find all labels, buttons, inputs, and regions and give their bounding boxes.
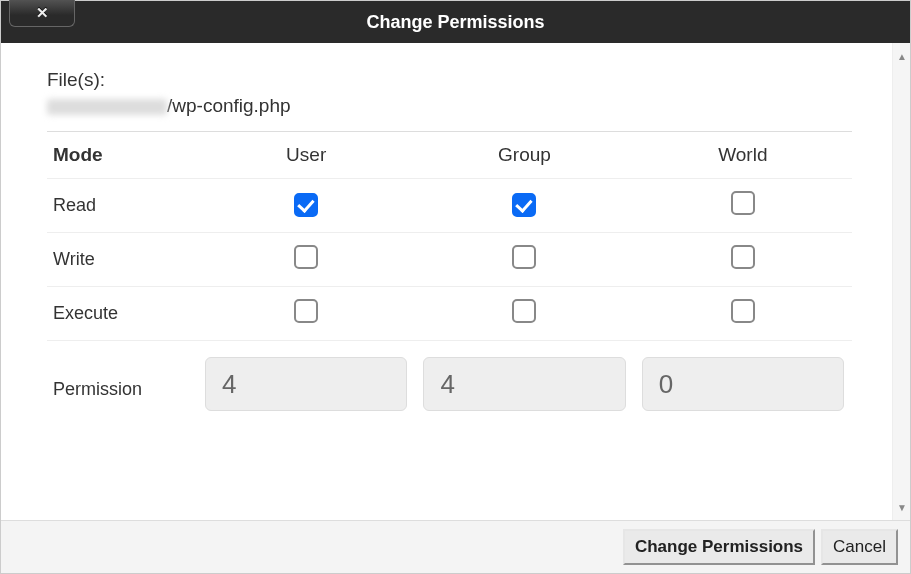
scrollbar[interactable]: ▲ ▼ [892, 43, 910, 520]
permission-world-input[interactable] [642, 357, 844, 411]
dialog-title: Change Permissions [366, 12, 544, 33]
header-mode: Mode [47, 144, 197, 166]
header-group: Group [415, 144, 633, 166]
dialog-body-wrap: File(s): /wp-config.php Mode User Group … [1, 43, 910, 520]
checkbox-execute-user[interactable] [294, 299, 318, 323]
checkbox-read-world[interactable] [731, 191, 755, 215]
checkbox-write-world[interactable] [731, 245, 755, 269]
checkbox-write-user[interactable] [294, 245, 318, 269]
header-world: World [634, 144, 852, 166]
checkbox-execute-world[interactable] [731, 299, 755, 323]
row-write: Write [47, 233, 852, 287]
redacted-path-prefix [47, 99, 167, 115]
permission-group-input[interactable] [423, 357, 625, 411]
change-permissions-dialog: ✕ Change Permissions File(s): /wp-config… [0, 0, 911, 574]
checkbox-read-user[interactable] [294, 193, 318, 217]
row-read-label: Read [47, 195, 197, 216]
cancel-button[interactable]: Cancel [821, 529, 898, 565]
permission-user-input[interactable] [205, 357, 407, 411]
dialog-body: File(s): /wp-config.php Mode User Group … [1, 43, 892, 520]
table-header-row: Mode User Group World [47, 132, 852, 179]
file-path-suffix: /wp-config.php [167, 95, 291, 116]
dialog-titlebar: ✕ Change Permissions [1, 1, 910, 43]
permission-table: Mode User Group World Read Write [47, 131, 852, 421]
file-path: /wp-config.php [47, 95, 852, 117]
files-label: File(s): [47, 69, 852, 91]
row-read: Read [47, 179, 852, 233]
scroll-down-icon[interactable]: ▼ [893, 498, 910, 516]
checkbox-write-group[interactable] [512, 245, 536, 269]
confirm-button[interactable]: Change Permissions [623, 529, 815, 565]
scroll-up-icon[interactable]: ▲ [893, 47, 910, 65]
checkbox-read-group[interactable] [512, 193, 536, 217]
close-icon: ✕ [36, 4, 49, 22]
permission-value-label: Permission [47, 369, 197, 400]
row-execute-label: Execute [47, 303, 197, 324]
header-user: User [197, 144, 415, 166]
checkbox-execute-group[interactable] [512, 299, 536, 323]
row-write-label: Write [47, 249, 197, 270]
close-button[interactable]: ✕ [9, 0, 75, 27]
row-permission-value: Permission [47, 341, 852, 421]
row-execute: Execute [47, 287, 852, 341]
dialog-footer: Change Permissions Cancel [1, 520, 910, 573]
